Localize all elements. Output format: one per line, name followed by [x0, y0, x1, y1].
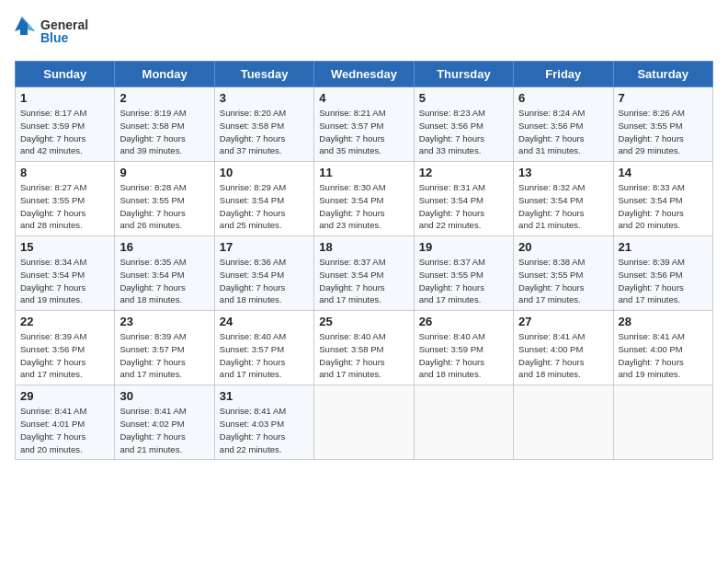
- day-info: Sunrise: 8:41 AM Sunset: 4:03 PM Dayligh…: [220, 405, 309, 455]
- day-number: 16: [119, 240, 209, 254]
- day-info: Sunrise: 8:41 AM Sunset: 4:01 PM Dayligh…: [20, 405, 109, 455]
- day-number: 6: [518, 91, 608, 105]
- day-number: 27: [518, 315, 608, 328]
- day-number: 5: [419, 91, 508, 105]
- day-number: 12: [419, 166, 508, 179]
- day-info: Sunrise: 8:41 AM Sunset: 4:02 PM Dayligh…: [119, 405, 209, 455]
- calendar-week-row: 29Sunrise: 8:41 AM Sunset: 4:01 PM Dayli…: [16, 385, 713, 460]
- day-info: Sunrise: 8:23 AM Sunset: 3:56 PM Dayligh…: [419, 107, 508, 157]
- calendar-cell: 8Sunrise: 8:27 AM Sunset: 3:55 PM Daylig…: [16, 162, 115, 236]
- calendar-cell: 24Sunrise: 8:40 AM Sunset: 3:57 PM Dayli…: [214, 311, 313, 385]
- calendar-cell: 20Sunrise: 8:38 AM Sunset: 3:55 PM Dayli…: [514, 236, 613, 311]
- day-info: Sunrise: 8:24 AM Sunset: 3:56 PM Dayligh…: [518, 107, 608, 157]
- day-number: 17: [220, 240, 309, 254]
- calendar-day-header: Tuesday: [214, 62, 313, 87]
- day-info: Sunrise: 8:28 AM Sunset: 3:55 PM Dayligh…: [119, 181, 209, 232]
- day-info: Sunrise: 8:20 AM Sunset: 3:58 PM Dayligh…: [220, 107, 309, 157]
- day-number: 14: [619, 166, 708, 179]
- day-info: Sunrise: 8:34 AM Sunset: 3:54 PM Dayligh…: [20, 256, 109, 306]
- day-number: 30: [119, 389, 209, 403]
- day-info: Sunrise: 8:39 AM Sunset: 3:56 PM Dayligh…: [20, 330, 109, 381]
- calendar-cell: 19Sunrise: 8:37 AM Sunset: 3:55 PM Dayli…: [414, 236, 513, 311]
- day-number: 24: [220, 315, 309, 328]
- calendar-cell: 11Sunrise: 8:30 AM Sunset: 3:54 PM Dayli…: [314, 162, 414, 236]
- calendar-week-row: 8Sunrise: 8:27 AM Sunset: 3:55 PM Daylig…: [16, 162, 713, 236]
- calendar-cell: 1Sunrise: 8:17 AM Sunset: 3:59 PM Daylig…: [16, 87, 115, 162]
- day-number: 13: [518, 166, 608, 179]
- calendar-cell: 13Sunrise: 8:32 AM Sunset: 3:54 PM Dayli…: [514, 162, 613, 236]
- calendar-table: SundayMondayTuesdayWednesdayThursdayFrid…: [15, 61, 713, 460]
- day-number: 8: [20, 166, 109, 179]
- calendar-cell: 22Sunrise: 8:39 AM Sunset: 3:56 PM Dayli…: [16, 311, 115, 385]
- day-number: 29: [20, 389, 109, 403]
- day-number: 2: [119, 91, 209, 105]
- day-number: 11: [319, 166, 408, 179]
- calendar-day-header: Wednesday: [314, 62, 414, 87]
- calendar-header-row: SundayMondayTuesdayWednesdayThursdayFrid…: [16, 62, 713, 87]
- calendar-cell: 30Sunrise: 8:41 AM Sunset: 4:02 PM Dayli…: [115, 385, 214, 460]
- day-number: 26: [419, 315, 508, 328]
- calendar-cell: 4Sunrise: 8:21 AM Sunset: 3:57 PM Daylig…: [314, 87, 414, 162]
- day-info: Sunrise: 8:39 AM Sunset: 3:56 PM Dayligh…: [619, 256, 708, 306]
- day-info: Sunrise: 8:37 AM Sunset: 3:55 PM Dayligh…: [419, 256, 508, 306]
- calendar-day-header: Saturday: [613, 62, 712, 87]
- day-number: 1: [20, 91, 109, 105]
- day-info: Sunrise: 8:36 AM Sunset: 3:54 PM Dayligh…: [220, 256, 309, 306]
- calendar-cell: 10Sunrise: 8:29 AM Sunset: 3:54 PM Dayli…: [214, 162, 313, 236]
- day-info: Sunrise: 8:37 AM Sunset: 3:54 PM Dayligh…: [319, 256, 408, 306]
- day-number: 15: [20, 240, 109, 254]
- page-header: General Blue: [15, 15, 713, 52]
- calendar-day-header: Sunday: [16, 62, 115, 87]
- calendar-cell: 17Sunrise: 8:36 AM Sunset: 3:54 PM Dayli…: [214, 236, 313, 311]
- day-number: 20: [518, 240, 608, 254]
- day-info: Sunrise: 8:41 AM Sunset: 4:00 PM Dayligh…: [518, 330, 608, 381]
- calendar-cell: 6Sunrise: 8:24 AM Sunset: 3:56 PM Daylig…: [514, 87, 613, 162]
- calendar-cell: 3Sunrise: 8:20 AM Sunset: 3:58 PM Daylig…: [214, 87, 313, 162]
- day-number: 28: [619, 315, 708, 328]
- calendar-day-header: Friday: [514, 62, 613, 87]
- calendar-cell: 29Sunrise: 8:41 AM Sunset: 4:01 PM Dayli…: [16, 385, 115, 460]
- calendar-day-header: Thursday: [414, 62, 513, 87]
- day-number: 22: [20, 315, 109, 328]
- day-info: Sunrise: 8:40 AM Sunset: 3:59 PM Dayligh…: [419, 330, 508, 381]
- calendar-cell: [314, 385, 414, 460]
- day-info: Sunrise: 8:31 AM Sunset: 3:54 PM Dayligh…: [419, 181, 508, 232]
- day-number: 7: [619, 91, 708, 105]
- day-info: Sunrise: 8:39 AM Sunset: 3:57 PM Dayligh…: [119, 330, 209, 381]
- calendar-week-row: 15Sunrise: 8:34 AM Sunset: 3:54 PM Dayli…: [16, 236, 713, 311]
- day-info: Sunrise: 8:38 AM Sunset: 3:55 PM Dayligh…: [518, 256, 608, 306]
- calendar-cell: 23Sunrise: 8:39 AM Sunset: 3:57 PM Dayli…: [115, 311, 214, 385]
- logo: General Blue: [15, 15, 97, 52]
- day-info: Sunrise: 8:40 AM Sunset: 3:58 PM Dayligh…: [319, 330, 408, 381]
- calendar-cell: [414, 385, 513, 460]
- day-info: Sunrise: 8:41 AM Sunset: 4:00 PM Dayligh…: [619, 330, 708, 381]
- day-number: 23: [119, 315, 209, 328]
- day-number: 18: [319, 240, 408, 254]
- day-info: Sunrise: 8:19 AM Sunset: 3:58 PM Dayligh…: [119, 107, 209, 157]
- calendar-day-header: Monday: [115, 62, 214, 87]
- calendar-cell: 9Sunrise: 8:28 AM Sunset: 3:55 PM Daylig…: [115, 162, 214, 236]
- day-number: 31: [220, 389, 309, 403]
- calendar-cell: 12Sunrise: 8:31 AM Sunset: 3:54 PM Dayli…: [414, 162, 513, 236]
- day-info: Sunrise: 8:30 AM Sunset: 3:54 PM Dayligh…: [319, 181, 408, 232]
- calendar-cell: [613, 385, 712, 460]
- calendar-cell: 5Sunrise: 8:23 AM Sunset: 3:56 PM Daylig…: [414, 87, 513, 162]
- day-info: Sunrise: 8:21 AM Sunset: 3:57 PM Dayligh…: [319, 107, 408, 157]
- calendar-cell: [514, 385, 613, 460]
- calendar-cell: 31Sunrise: 8:41 AM Sunset: 4:03 PM Dayli…: [214, 385, 313, 460]
- day-number: 9: [119, 166, 209, 179]
- calendar-cell: 26Sunrise: 8:40 AM Sunset: 3:59 PM Dayli…: [414, 311, 513, 385]
- day-number: 21: [619, 240, 708, 254]
- day-info: Sunrise: 8:33 AM Sunset: 3:54 PM Dayligh…: [619, 181, 708, 232]
- day-info: Sunrise: 8:26 AM Sunset: 3:55 PM Dayligh…: [619, 107, 708, 157]
- calendar-week-row: 1Sunrise: 8:17 AM Sunset: 3:59 PM Daylig…: [16, 87, 713, 162]
- calendar-cell: 28Sunrise: 8:41 AM Sunset: 4:00 PM Dayli…: [613, 311, 712, 385]
- calendar-cell: 14Sunrise: 8:33 AM Sunset: 3:54 PM Dayli…: [613, 162, 712, 236]
- day-info: Sunrise: 8:29 AM Sunset: 3:54 PM Dayligh…: [220, 181, 309, 232]
- calendar-cell: 27Sunrise: 8:41 AM Sunset: 4:00 PM Dayli…: [514, 311, 613, 385]
- calendar-cell: 7Sunrise: 8:26 AM Sunset: 3:55 PM Daylig…: [613, 87, 712, 162]
- calendar-cell: 2Sunrise: 8:19 AM Sunset: 3:58 PM Daylig…: [115, 87, 214, 162]
- day-number: 25: [319, 315, 408, 328]
- calendar-cell: 25Sunrise: 8:40 AM Sunset: 3:58 PM Dayli…: [314, 311, 414, 385]
- day-number: 19: [419, 240, 508, 254]
